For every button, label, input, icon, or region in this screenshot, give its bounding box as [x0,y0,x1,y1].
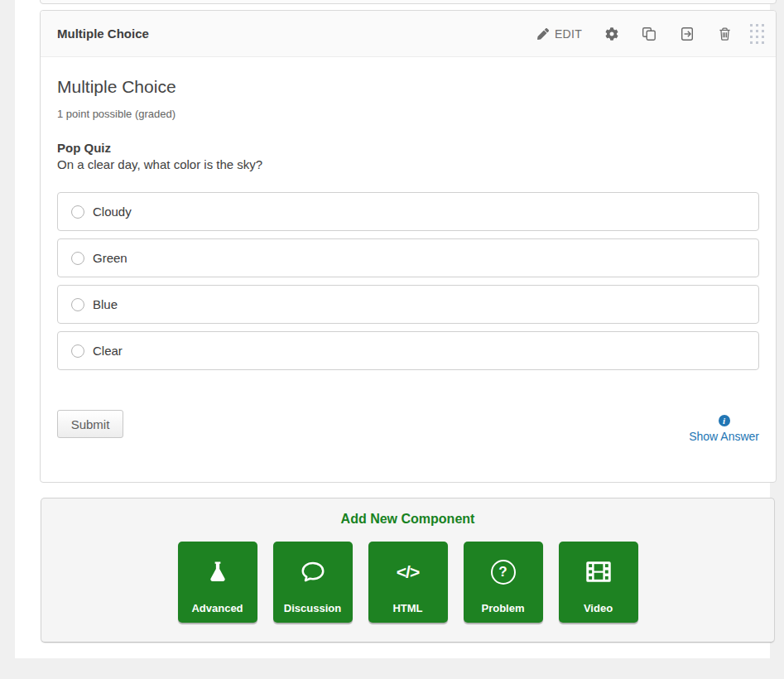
question-circle-icon: ? [464,542,543,602]
show-answer-label: Show Answer [689,430,759,443]
choice-row[interactable]: Clear [57,331,759,370]
problem-points: 1 point possible (graded) [57,108,759,120]
content-column: Multiple Choice EDIT [15,0,770,658]
choice-label: Clear [93,344,123,358]
question-text: On a clear day, what color is the sky? [57,157,759,171]
show-answer-link[interactable]: i Show Answer [689,415,759,443]
previous-component-card-edge [40,0,777,4]
move-icon [680,26,695,41]
component-type-buttons: Advanced Discussion </> HTML ? Problem [41,542,774,623]
add-button-label: Advanced [191,602,243,614]
problem-preview: Multiple Choice 1 point possible (graded… [41,77,776,443]
add-button-label: Discussion [284,602,341,614]
component-title: Multiple Choice [57,26,149,41]
question-heading: Pop Quiz [57,141,759,155]
choice-row[interactable]: Green [57,238,759,277]
settings-button[interactable] [605,27,618,41]
add-button-label: Problem [481,602,524,614]
add-discussion-button[interactable]: Discussion [273,542,353,623]
add-button-label: HTML [392,602,422,614]
choice-row[interactable]: Blue [57,285,759,324]
add-button-label: Video [584,602,613,614]
delete-button[interactable] [718,26,732,41]
radio-icon[interactable] [71,298,84,311]
add-component-title: Add New Component [41,512,774,527]
code-glyph: </> [397,562,419,582]
problem-actions-row: Submit i Show Answer [57,410,759,443]
add-video-button[interactable]: Video [559,542,638,623]
choice-label: Green [93,251,127,265]
component-card-multiple-choice: Multiple Choice EDIT [40,10,777,483]
add-problem-button[interactable]: ? Problem [464,542,543,623]
flask-icon [178,542,257,602]
radio-icon[interactable] [71,344,84,358]
duplicate-button[interactable] [642,26,657,41]
radio-icon[interactable] [71,252,84,265]
choice-label: Cloudy [93,205,132,219]
component-actions: EDIT [514,24,764,44]
choice-label: Blue [93,297,118,311]
speech-bubble-icon [273,542,353,602]
trash-icon [718,26,732,41]
info-icon: i [719,415,730,426]
add-html-button[interactable]: </> HTML [368,542,448,623]
drag-handle[interactable] [750,24,764,44]
choice-row[interactable]: Cloudy [57,192,759,231]
add-advanced-button[interactable]: Advanced [178,542,257,623]
problem-title: Multiple Choice [57,77,759,97]
duplicate-icon [642,26,657,41]
gear-icon [605,27,618,41]
edit-button-label: EDIT [555,27,582,41]
film-strip-icon [559,542,638,602]
radio-icon[interactable] [71,205,84,219]
component-card-header: Multiple Choice EDIT [41,11,776,57]
pencil-icon [537,28,549,40]
move-button[interactable] [680,26,695,41]
code-icon: </> [368,542,448,602]
add-component-panel: Add New Component Advanced Discussion </… [41,498,775,643]
choice-list: Cloudy Green Blue Clear [57,192,759,370]
submit-button[interactable]: Submit [57,410,123,438]
edit-button[interactable]: EDIT [537,27,582,41]
